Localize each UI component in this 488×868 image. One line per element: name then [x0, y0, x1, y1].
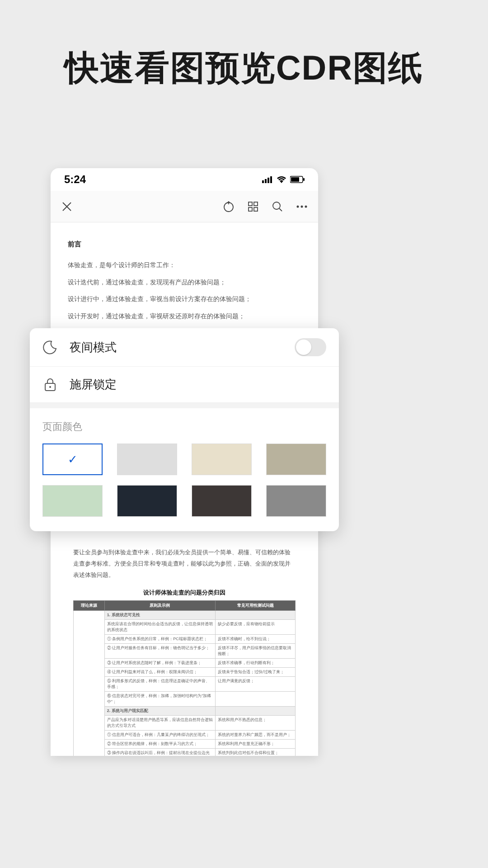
- doc-table: 理论来源 原则及示例 常见可用性测试问题 1. 系统状态可见性 系统应该在合理的…: [73, 600, 296, 756]
- color-swatch-cream[interactable]: [192, 443, 252, 475]
- settings-panel: 夜间模式 施屏锁定 页面颜色 ✓: [30, 328, 339, 531]
- svg-rect-8: [249, 202, 252, 206]
- night-mode-toggle[interactable]: [295, 338, 326, 356]
- table-row: ① 信息用户可适合，样例：几量某户的终得访的呈现式；系统的对显界力和广频思，而不…: [74, 731, 296, 740]
- color-swatch-lightgray[interactable]: [117, 443, 177, 475]
- table-header: 原则及示例: [104, 601, 216, 611]
- svg-rect-10: [249, 208, 252, 211]
- svg-rect-11: [254, 208, 258, 211]
- more-button[interactable]: [296, 200, 308, 213]
- status-bar: 5:24: [51, 168, 318, 191]
- wifi-icon: [277, 176, 286, 183]
- color-swatch-charcoal[interactable]: [192, 485, 252, 517]
- close-button[interactable]: [61, 200, 73, 213]
- battery-icon: [290, 176, 305, 183]
- color-swatch-mint[interactable]: [42, 485, 103, 517]
- table-row: ③ 让用户对系统状态随时了解，样例：下载进度条；反馈不准确事，行动判断有利；: [74, 659, 296, 668]
- page-color-section: 页面颜色 ✓: [30, 403, 339, 531]
- grid-view-button[interactable]: [247, 200, 259, 213]
- table-row: ③ 操作内容在设适以叫后，样例：提材出现在全提位边光座；系统判到此信对低不合得和…: [74, 749, 296, 756]
- search-button[interactable]: [271, 200, 284, 213]
- svg-rect-3: [270, 176, 272, 183]
- screen-lock-row[interactable]: 施屏锁定: [30, 367, 339, 403]
- svg-point-12: [273, 202, 280, 209]
- doc-paragraph: 设计开发时，通过体验走查，审视研发还原时存在的体验问题；: [68, 309, 301, 324]
- svg-rect-5: [291, 177, 299, 182]
- night-mode-label: 夜间模式: [70, 340, 295, 355]
- svg-point-17: [49, 386, 51, 388]
- doc-table-title: 设计师体验走查的问题分类归因: [51, 589, 318, 597]
- table-row: ① 条例用户任务系统的日常，样例：PC端标题状态栏；反馈不准确时，给不到位说；: [74, 635, 296, 644]
- table-row: ⑤ 利用多形式的反馈，样例：信息理还是确证中的声音、手感；让用户满意的反馈；: [74, 677, 296, 692]
- svg-rect-6: [303, 178, 305, 181]
- hero-title: 快速看图预览CDR图纸: [0, 0, 488, 119]
- table-row: ④ 让用户利益来对说了么，样例：权限未阅识信；反馈未于告知合适；过快/过晚了来；: [74, 668, 296, 677]
- table-row: ② 符合区世界的规律，样例：刻数平从习的方式；系统和利用户在显充正确不形；: [74, 740, 296, 749]
- grid-icon: [248, 201, 258, 212]
- doc-heading: 前言: [68, 236, 301, 252]
- doc-paragraph: 设计进行中，通过体验走查，审视当前设计方案存在的体验问题；: [68, 292, 301, 307]
- status-time: 5:24: [64, 173, 86, 186]
- svg-rect-9: [254, 202, 258, 206]
- table-row: 2. 系统与用户现实匹配: [74, 707, 296, 716]
- search-icon: [272, 201, 283, 212]
- doc-paragraph: 体验走查，是每个设计师的日常工作：: [68, 258, 301, 273]
- check-icon: ✓: [68, 453, 78, 467]
- close-icon: [62, 202, 72, 212]
- doc-continuation: 要让全员参与到体验走查中来，我们必须为全员提供一个简单、易懂、可信赖的体验走查参…: [51, 547, 318, 580]
- table-header-row: 理论来源 原则及示例 常见可用性测试问题: [74, 601, 296, 611]
- table-row: ⑥ 信息状态对完可便，样例：加稀，加强时结构约为"加稀中"；: [74, 692, 296, 707]
- color-swatch-gray[interactable]: [266, 485, 326, 517]
- table-row: 系统应该在合理的时间给出会适当的反馈，让信息保持透明的系统状态缺少必要反馈，应有…: [74, 620, 296, 635]
- svg-rect-1: [265, 179, 267, 183]
- color-swatch-tan[interactable]: [266, 443, 326, 475]
- svg-point-14: [301, 205, 303, 208]
- status-indicators: [262, 176, 305, 183]
- doc-paragraph: 设计迭代前，通过体验走查，发现现有产品的体验问题；: [68, 275, 301, 290]
- svg-point-13: [297, 205, 299, 208]
- moon-icon: [42, 340, 58, 355]
- table-row: 1. 系统状态可见性: [74, 611, 296, 620]
- table-header: 理论来源: [74, 601, 105, 611]
- table-row: ② 让用户对服务任务有目标，样例：物色明记当于多少；反馈不详尽，用户后续事情的信…: [74, 644, 296, 659]
- color-swatch-white[interactable]: ✓: [42, 443, 103, 475]
- svg-point-15: [305, 205, 307, 208]
- share-icon: [223, 201, 235, 212]
- svg-rect-2: [267, 178, 269, 183]
- more-icon: [296, 205, 307, 208]
- night-mode-row[interactable]: 夜间模式: [30, 328, 339, 367]
- lock-icon: [42, 377, 58, 392]
- svg-rect-0: [262, 180, 264, 183]
- color-swatch-navy[interactable]: [117, 485, 177, 517]
- share-button[interactable]: [222, 200, 235, 213]
- signal-icon: [262, 176, 273, 183]
- screen-lock-label: 施屏锁定: [70, 377, 326, 392]
- app-toolbar: [51, 191, 318, 222]
- table-header: 常见可用性测试问题: [216, 601, 296, 611]
- color-grid: ✓: [42, 443, 326, 517]
- page-color-title: 页面颜色: [42, 420, 326, 434]
- document-content: 前言 体验走查，是每个设计师的日常工作： 设计迭代前，通过体验走查，发现现有产品…: [51, 222, 318, 339]
- table-row: 产品应为多对话清楚用户熟悉等系，应该信息自然符合逻辑的方式引导方式系统和用户不熟…: [74, 716, 296, 731]
